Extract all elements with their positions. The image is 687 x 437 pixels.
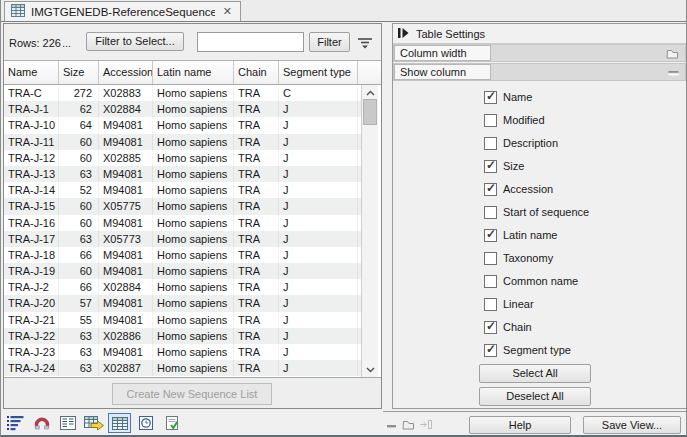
table-cell: 66 [59,247,99,263]
table-document-icon [11,4,25,19]
table-row[interactable]: TRA-J-1866M94081Homo sapiensTRAJ [4,247,361,263]
show-column-option-common-name[interactable]: Common name [484,274,578,288]
column-header-chain[interactable]: Chain [234,61,279,84]
check-mark: ✓ [486,342,496,356]
column-header-accession[interactable]: Accession [99,61,153,84]
text-view-icon[interactable] [56,413,79,433]
show-column-section[interactable]: Show column [393,63,686,81]
table-cell: 63 [59,231,99,247]
help-button[interactable]: Help [469,416,571,434]
show-column-option-segment-type[interactable]: ✓Segment type [484,343,571,357]
float-sidebar-icon[interactable] [402,419,415,432]
table-row[interactable]: TRA-C272X02883Homo sapiensTRAC [4,85,361,101]
checkbox-checked-icon[interactable]: ✓ [484,229,497,242]
filter-button[interactable]: Filter [309,32,350,52]
sidebar-bottom-bar: Help Save View... [383,411,687,437]
checkbox-unchecked-icon[interactable] [484,275,497,288]
table-view-icon[interactable] [108,413,131,433]
table-row[interactable]: TRA-J-1960M94081Homo sapiensTRAJ [4,263,361,279]
checkbox-unchecked-icon[interactable] [484,206,497,219]
table-cell: TRA [234,312,279,328]
table-cell: 272 [59,85,99,101]
table-settings-title: Table Settings [416,28,485,40]
column-header-segment-type[interactable]: Segment type [279,61,358,84]
table-row[interactable]: TRA-J-2263X02886Homo sapiensTRAJ [4,328,361,344]
table-row[interactable]: TRA-J-1160M94081Homo sapiensTRAJ [4,134,361,150]
motif-view-icon[interactable] [30,413,53,433]
checkbox-checked-icon[interactable]: ✓ [484,91,497,104]
table-row[interactable]: TRA-J-2155M94081Homo sapiensTRAJ [4,312,361,328]
table-row[interactable]: TRA-J-266X02884Homo sapiensTRAJ [4,279,361,295]
show-column-option-accession[interactable]: ✓Accession [484,182,553,196]
table-row[interactable]: TRA-J-2057M94081Homo sapiensTRAJ [4,295,361,311]
scroll-down-icon[interactable] [362,362,378,377]
filter-search-input[interactable] [197,32,304,52]
element-info-view-icon[interactable] [160,413,183,433]
table-row[interactable]: TRA-J-1260X02885Homo sapiensTRAJ [4,150,361,166]
table-cell: 60 [59,263,99,279]
show-column-option-description[interactable]: Description [484,136,558,150]
checkbox-unchecked-icon[interactable] [484,137,497,150]
check-mark: ✓ [486,158,496,172]
table-row[interactable]: TRA-J-2363M94081Homo sapiensTRAJ [4,344,361,360]
checkbox-label: Modified [503,114,545,126]
table-row[interactable]: TRA-J-1660M94081Homo sapiensTRAJ [4,215,361,231]
collapse-panel-icon[interactable] [397,27,409,41]
select-all-button[interactable]: Select All [479,364,591,383]
table-cell: TRA [234,215,279,231]
tab-imgtgenedb[interactable]: IMGTGENEDB-ReferenceSequences... ✕ [4,1,241,21]
show-column-option-modified[interactable]: Modified [484,113,545,127]
table-cell: Homo sapiens [153,295,234,311]
scroll-up-icon[interactable] [362,85,378,100]
checkbox-unchecked-icon[interactable] [484,252,497,265]
table-cell: C [279,85,358,101]
show-column-option-linear[interactable]: Linear [484,297,534,311]
table-settings-header[interactable]: Table Settings [393,24,686,44]
checkbox-unchecked-icon[interactable] [484,298,497,311]
list-view-icon[interactable] [4,413,27,433]
table-row[interactable]: TRA-J-162X02884Homo sapiensTRAJ [4,101,361,117]
export-table-view-icon[interactable] [82,413,105,433]
table-cell: X05773 [99,231,153,247]
show-column-option-name[interactable]: ✓Name [484,90,532,104]
history-view-icon[interactable] [134,413,157,433]
checkbox-checked-icon[interactable]: ✓ [484,344,497,357]
column-header-size[interactable]: Size [59,61,99,84]
dock-sidebar-icon [419,419,433,432]
scrollbar-thumb[interactable] [363,99,377,125]
table-row[interactable]: TRA-J-1560X05775Homo sapiensTRAJ [4,198,361,214]
column-width-section[interactable]: Column width [393,44,686,62]
collapse-section-icon[interactable] [668,67,679,79]
table-cell: Homo sapiens [153,134,234,150]
show-column-option-taxonomy[interactable]: Taxonomy [484,251,553,265]
advanced-filter-icon[interactable] [355,35,375,51]
float-section-icon[interactable] [666,48,679,61]
vertical-scrollbar[interactable] [361,85,378,377]
table-row[interactable]: TRA-J-1064M94081Homo sapiensTRAJ [4,117,361,133]
save-view-button[interactable]: Save View... [583,416,681,434]
table-cell: TRA [234,295,279,311]
show-column-option-chain[interactable]: ✓Chain [484,320,532,334]
table-row[interactable]: TRA-J-1363M94081Homo sapiensTRAJ [4,166,361,182]
table-cell: TRA [234,279,279,295]
show-column-option-size[interactable]: ✓Size [484,159,524,173]
column-header-latin-name[interactable]: Latin name [153,61,234,84]
column-header-name[interactable]: Name [4,61,59,84]
filter-to-select-button[interactable]: Filter to Select... [86,32,184,51]
deselect-all-button[interactable]: Deselect All [479,387,591,406]
table-cell: TRA-J-21 [4,312,59,328]
checkbox-checked-icon[interactable]: ✓ [484,160,497,173]
table-row[interactable]: TRA-J-1452M94081Homo sapiensTRAJ [4,182,361,198]
table-cell: TRA [234,182,279,198]
table-row[interactable]: TRA-J-2463X02887Homo sapiensTRAJ [4,360,361,376]
table-row[interactable]: TRA-J-1763X05773Homo sapiensTRAJ [4,231,361,247]
show-column-option-latin-name[interactable]: ✓Latin name [484,228,557,242]
checkbox-unchecked-icon[interactable] [484,114,497,127]
minimize-sidebar-icon[interactable] [386,420,398,432]
show-column-option-start-of-sequence[interactable]: Start of sequence [484,205,589,219]
checkbox-checked-icon[interactable]: ✓ [484,183,497,196]
tab-close-icon[interactable]: ✕ [221,6,234,17]
table-cell: TRA-J-20 [4,295,59,311]
checkbox-checked-icon[interactable]: ✓ [484,321,497,334]
table-cell: TRA [234,231,279,247]
